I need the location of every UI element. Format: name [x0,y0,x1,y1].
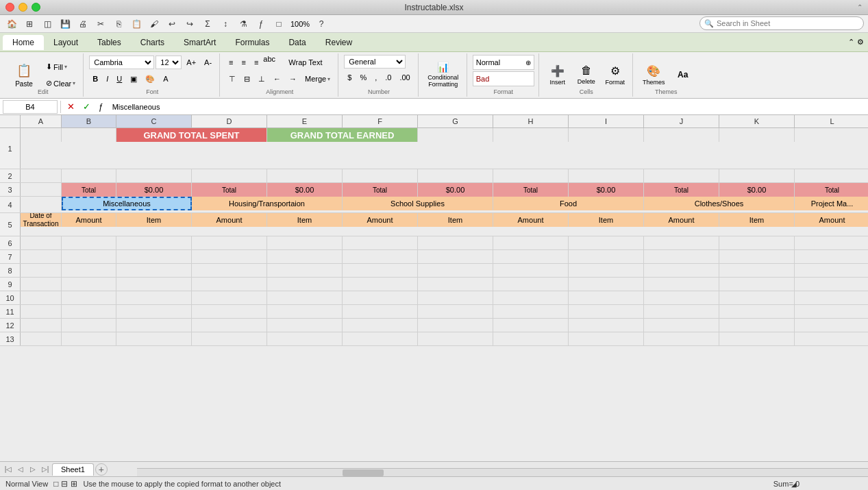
col-header-F[interactable]: F [343,115,418,127]
decimal-dec-button[interactable]: .00 [396,70,413,85]
currency-button[interactable]: $ [344,70,355,85]
underline-button[interactable]: U [113,71,125,86]
filter-icon[interactable]: ⚗ [236,17,251,31]
cell-B10[interactable] [62,291,116,305]
redo-icon[interactable]: ↪ [182,17,197,31]
cell-F7[interactable] [343,250,418,264]
col-header-B[interactable]: B [62,115,116,127]
tab-data[interactable]: Data [279,35,315,50]
cell-B5[interactable]: Amount [62,213,116,227]
print-icon[interactable]: 🖨 [75,17,90,31]
borders-button[interactable]: ▣ [127,71,140,86]
cell-L3[interactable]: Total [795,183,868,197]
cell-J5[interactable]: Amount [644,213,719,227]
cell-E11[interactable] [267,305,343,319]
cell-C10[interactable] [116,291,192,305]
cell-H10[interactable] [493,291,569,305]
cell-K5[interactable]: Item [719,213,795,227]
minimize-button[interactable] [18,3,27,12]
cell-K8[interactable] [719,264,795,278]
sheet-nav-prev[interactable]: ◁ [15,464,26,475]
cell-D13[interactable] [192,332,267,346]
cell-G8[interactable] [418,264,493,278]
cell-A11[interactable] [21,305,62,319]
cell-D12[interactable] [192,319,267,332]
cell-I5[interactable]: Item [569,213,644,227]
cell-H11[interactable] [493,305,569,319]
cell-J1[interactable] [644,128,719,142]
cell-G10[interactable] [418,291,493,305]
cell-G13[interactable] [418,332,493,346]
font-color-button[interactable]: A [160,71,171,86]
paste-button[interactable]: 📋 Paste [7,56,41,95]
cell-A13[interactable] [21,332,62,346]
cell-I13[interactable] [569,332,644,346]
cell-A12[interactable] [21,319,62,332]
cell-L13[interactable] [795,332,868,346]
cell-G1[interactable] [418,128,493,142]
sheet-nav-next[interactable]: ▷ [27,464,38,475]
cell-E3[interactable]: $0.00 [267,183,343,197]
resize-icon[interactable]: ◢ [791,480,797,488]
cell-A4[interactable] [21,197,62,210]
home-icon[interactable]: 🏠 [4,17,19,31]
cell-J12[interactable] [644,319,719,332]
cell-I2[interactable] [569,169,644,183]
cell-L6[interactable] [795,236,868,250]
cell-K7[interactable] [719,250,795,264]
cell-E1[interactable]: GRAND TOTAL EARNED [267,128,418,142]
cell-C8[interactable] [116,264,192,278]
cell-B7[interactable] [62,250,116,264]
cell-C5[interactable]: Item [116,213,192,227]
cell-H13[interactable] [493,332,569,346]
horizontal-scrollbar[interactable] [137,468,868,476]
cell-H2[interactable] [493,169,569,183]
function-formula-button[interactable]: ƒ [95,99,107,114]
cell-H9[interactable] [493,278,569,291]
cell-F5[interactable]: Amount [343,213,418,227]
cell-L2[interactable] [795,169,868,183]
cell-G2[interactable] [418,169,493,183]
expand-format-icon[interactable]: ⊕ [525,59,531,66]
col-header-E[interactable]: E [267,115,343,127]
cell-F12[interactable] [343,319,418,332]
cell-F9[interactable] [343,278,418,291]
cell-B11[interactable] [62,305,116,319]
cell-B9[interactable] [62,278,116,291]
help-icon[interactable]: ? [314,17,329,31]
cell-L10[interactable] [795,291,868,305]
tab-tables[interactable]: Tables [88,35,131,50]
cell-C6[interactable] [116,236,192,250]
sheet-nav-last[interactable]: ▷| [40,464,51,475]
col-header-I[interactable]: I [569,115,644,127]
cell-C1[interactable]: GRAND TOTAL SPENT [116,128,267,142]
cell-I9[interactable] [569,278,644,291]
cell-J6[interactable] [644,236,719,250]
cell-D7[interactable] [192,250,267,264]
cancel-formula-button[interactable]: ✕ [64,99,78,114]
cell-A6[interactable] [21,236,62,250]
cell-B2[interactable] [62,169,116,183]
cell-D11[interactable] [192,305,267,319]
cell-H4[interactable]: Food [493,197,644,210]
cell-A10[interactable] [21,291,62,305]
fill-button[interactable]: ⬇ Fill ▾ [42,60,79,75]
cell-C3[interactable]: $0.00 [116,183,192,197]
undo-icon[interactable]: ↩ [164,17,179,31]
cell-H7[interactable] [493,250,569,264]
cell-A9[interactable] [21,278,62,291]
cell-J9[interactable] [644,278,719,291]
cell-D10[interactable] [192,291,267,305]
normal-cell-style[interactable]: Normal ⊕ [473,55,534,70]
percent-button[interactable]: % [356,70,370,85]
add-sheet-button[interactable]: + [95,463,108,476]
cell-B8[interactable] [62,264,116,278]
cell-L12[interactable] [795,319,868,332]
cell-C11[interactable] [116,305,192,319]
cell-F13[interactable] [343,332,418,346]
cell-F10[interactable] [343,291,418,305]
cell-E8[interactable] [267,264,343,278]
cell-G3[interactable]: $0.00 [418,183,493,197]
cell-L8[interactable] [795,264,868,278]
cell-A7[interactable] [21,250,62,264]
